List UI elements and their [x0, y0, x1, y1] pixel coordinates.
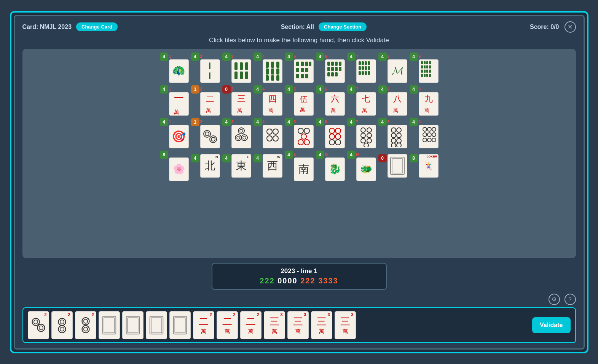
change-section-button[interactable]: Change Section	[319, 22, 367, 31]
player-tile-2man-1[interactable]: 2 二 萬	[193, 311, 214, 339]
svg-point-112	[432, 138, 436, 142]
svg-rect-54	[426, 65, 428, 68]
tile-2-7[interactable]: 七萬	[356, 92, 376, 116]
svg-rect-33	[327, 72, 330, 76]
tile-2-6[interactable]: 六萬	[325, 92, 345, 116]
player-tile-3man-1[interactable]: 3 三 萬	[264, 311, 285, 339]
tile-4-west[interactable]: W 西	[263, 154, 282, 178]
tile-3-2[interactable]	[200, 125, 220, 148]
help-button[interactable]: ?	[565, 294, 576, 305]
svg-point-126	[83, 327, 87, 331]
player-tile-circle-1b[interactable]: 2	[51, 311, 73, 339]
tile-row-4: 8 🌸 4	[28, 151, 571, 181]
tile-2-9[interactable]: 九萬	[419, 92, 439, 116]
player-tile-circle-1c[interactable]: 2	[75, 311, 96, 339]
svg-point-121	[58, 325, 65, 332]
player-tile-blank-4[interactable]	[169, 311, 191, 339]
badge-2-8: 4	[378, 85, 387, 94]
svg-point-92	[367, 133, 372, 138]
header-left: Card: NMJL 2023 Change Card	[22, 22, 118, 31]
player-tile-blank-1[interactable]	[99, 311, 120, 339]
svg-rect-62	[426, 74, 428, 77]
player-tile-3man-3[interactable]: 3 三 萬	[311, 311, 332, 339]
validate-button[interactable]: Validate	[532, 317, 570, 333]
tile-2-2[interactable]: 二萬	[200, 92, 220, 116]
tile-1-4[interactable]	[263, 59, 282, 83]
tile-1-6[interactable]	[325, 59, 345, 83]
svg-point-125	[82, 325, 89, 332]
svg-rect-41	[362, 66, 364, 70]
score-label: Score: 0/0	[530, 24, 559, 30]
tile-1-3[interactable]	[231, 59, 251, 83]
svg-rect-57	[424, 70, 426, 73]
tile-3-1[interactable]: 🎯	[169, 125, 189, 148]
badge-4-green-dragon: 4	[316, 151, 324, 159]
svg-rect-129	[126, 316, 139, 334]
tile-2-8[interactable]: 八萬	[388, 92, 407, 116]
svg-point-120	[60, 320, 64, 324]
svg-rect-114	[392, 159, 403, 173]
svg-point-103	[397, 143, 401, 147]
tile-3-3[interactable]	[231, 125, 251, 148]
player-tile-3man-4[interactable]: 3 三 萬	[335, 311, 356, 339]
svg-rect-128	[104, 318, 115, 333]
tile-group-2-2: 1 2 二萬	[191, 85, 220, 116]
tile-1-9[interactable]	[419, 59, 439, 83]
tile-1-5[interactable]	[294, 59, 314, 83]
tile-3-4[interactable]	[263, 125, 282, 148]
player-tile-2man-3[interactable]: 2 二 萬	[240, 311, 262, 339]
tile-2-4[interactable]: 四萬	[263, 92, 282, 116]
svg-point-94	[367, 138, 372, 143]
settings-button[interactable]: ⚙	[549, 294, 560, 305]
svg-point-87	[329, 140, 335, 145]
tile-4-white-dragon[interactable]	[388, 154, 407, 178]
badge-4-east: 4	[222, 154, 231, 162]
tile-4-green-dragon[interactable]: 🐉	[325, 157, 345, 181]
player-tile-3man-2[interactable]: 3 三 萬	[287, 311, 309, 339]
svg-rect-113	[391, 157, 404, 175]
tile-4-east[interactable]: E 東	[231, 154, 251, 178]
svg-point-68	[238, 128, 244, 134]
player-tile-circle-1a[interactable]: 2	[28, 311, 49, 339]
tile-1-8[interactable]: 𝓜	[388, 59, 407, 83]
tile-group-3-5: 4 5	[285, 118, 314, 148]
svg-rect-15	[296, 62, 299, 66]
player-tile-2man-2[interactable]: 2 二 萬	[217, 311, 238, 339]
svg-point-95	[364, 143, 368, 147]
tile-group-2-4: 4 4 四萬	[254, 85, 282, 116]
svg-rect-52	[421, 65, 423, 68]
svg-point-105	[427, 127, 431, 131]
svg-rect-34	[331, 72, 334, 76]
tile-1-2[interactable]: 𝄃𝄃	[200, 59, 220, 83]
change-card-button[interactable]: Change Card	[76, 22, 118, 31]
tile-group-4-south: 4 5 南	[285, 151, 314, 181]
svg-rect-16	[301, 62, 304, 66]
player-tile-blank-2[interactable]	[122, 311, 144, 339]
badge-3-9: 4	[410, 118, 418, 126]
tile-2-3[interactable]: 三萬	[231, 92, 251, 116]
tile-4-south[interactable]: 南	[294, 157, 314, 181]
tile-3-7[interactable]	[356, 125, 376, 148]
tile-3-9[interactable]	[419, 125, 439, 148]
svg-point-97	[397, 128, 401, 132]
tile-2-1[interactable]: 一萬	[169, 92, 189, 116]
svg-rect-63	[429, 74, 431, 77]
tile-grid: 4 1 🦚 4 2	[22, 49, 576, 258]
tile-4-red-dragon[interactable]: 🐲	[356, 157, 376, 181]
player-tile-blank-3[interactable]	[146, 311, 167, 339]
svg-rect-127	[102, 316, 116, 334]
badge-3-3: 4	[222, 118, 231, 126]
tile-2-5[interactable]: 伍萬	[294, 92, 314, 116]
tile-1-7[interactable]	[356, 59, 376, 83]
tile-3-5[interactable]	[294, 125, 314, 148]
tile-4-north[interactable]: N 北	[200, 154, 220, 178]
svg-point-69	[240, 129, 243, 132]
tile-3-6[interactable]	[325, 125, 345, 148]
help-icon: ?	[568, 296, 571, 302]
close-button[interactable]: ✕	[565, 21, 576, 33]
tile-4-joker[interactable]: JOKER 🃏	[419, 154, 439, 178]
tile-3-8[interactable]	[388, 125, 407, 148]
tile-1-1[interactable]: 🦚	[169, 59, 189, 83]
tile-group-4-white-dragon: 0	[378, 154, 407, 178]
tile-4-flower[interactable]: 🌸	[169, 157, 189, 181]
